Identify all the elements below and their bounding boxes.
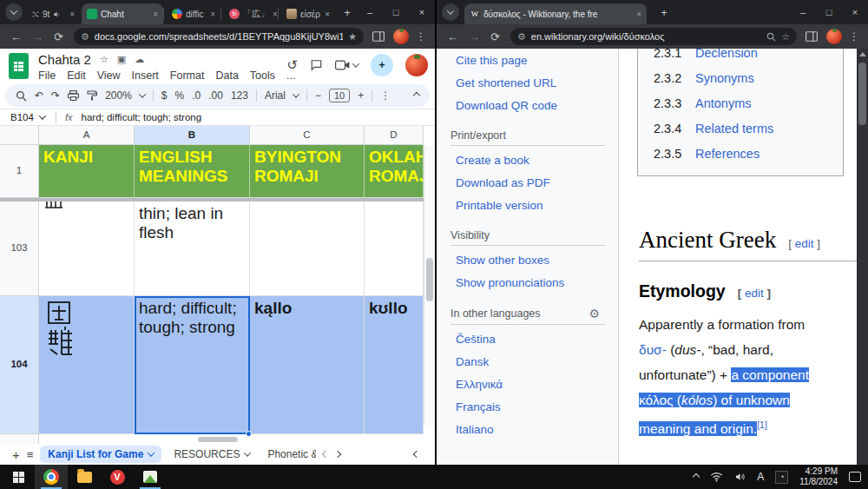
column-header-c[interactable]: C: [250, 126, 365, 145]
toc-link-antonyms[interactable]: Antonyms: [695, 91, 808, 116]
maximize-button[interactable]: □: [383, 0, 409, 24]
link-kolos[interactable]: κόλος: [639, 393, 674, 407]
language-settings-gear-icon[interactable]: ⚙: [589, 307, 600, 320]
cell-a104[interactable]: 固 難: [39, 296, 135, 434]
sidebar-lang-dansk[interactable]: Dansk: [456, 355, 489, 368]
minimize-button[interactable]: –: [790, 0, 816, 24]
scroll-tabs-right-icon[interactable]: [334, 451, 341, 458]
share-button[interactable]: +: [371, 54, 393, 76]
taskbar-file-explorer[interactable]: [68, 465, 101, 489]
back-button[interactable]: ←: [447, 30, 458, 43]
sidebar-link-cite[interactable]: Cite this page: [456, 54, 528, 67]
menu-data[interactable]: Data: [215, 69, 238, 82]
profile-avatar[interactable]: [393, 29, 409, 44]
sidebar-link-printable[interactable]: Printable version: [456, 199, 543, 212]
back-button[interactable]: ←: [10, 30, 22, 43]
account-avatar[interactable]: [405, 54, 428, 76]
select-all-corner[interactable]: [0, 126, 39, 145]
edit-link[interactable]: edit: [795, 237, 814, 250]
row-header-103[interactable]: 103: [0, 202, 39, 296]
scroll-up-arrow[interactable]: [859, 52, 866, 56]
font-select[interactable]: Arial: [265, 89, 286, 102]
side-panel-icon[interactable]: [372, 31, 385, 42]
bookmark-star-icon[interactable]: ★: [348, 31, 357, 43]
taskbar-vivaldi[interactable]: V: [101, 465, 134, 489]
row-header-partial[interactable]: [0, 434, 39, 444]
document-title[interactable]: Chahta 2: [38, 52, 91, 67]
volume-icon[interactable]: [734, 472, 746, 482]
menu-insert[interactable]: Insert: [132, 69, 159, 82]
close-tab-icon[interactable]: ×: [636, 10, 641, 19]
toc-link-related[interactable]: Related terms: [695, 116, 808, 142]
menu-view[interactable]: View: [97, 69, 121, 82]
address-bar[interactable]: ⚙ docs.google.com/spreadsheets/d/1BEYTPA…: [74, 28, 364, 45]
tray-app-icon[interactable]: ◔: [775, 471, 788, 484]
site-settings-icon[interactable]: ⚙: [517, 31, 526, 43]
row-header-1[interactable]: 1: [0, 145, 39, 198]
cell-d103[interactable]: [365, 202, 424, 296]
redo-icon[interactable]: ↷: [51, 89, 60, 102]
start-button[interactable]: [2, 465, 35, 489]
increase-decimals-button[interactable]: .00: [208, 89, 223, 102]
comments-icon[interactable]: [310, 59, 323, 71]
cell-d104[interactable]: kʊllo: [365, 296, 424, 434]
horizontal-scrollbar[interactable]: [198, 437, 238, 442]
browser-tab-bilibili[interactable]: b 「広」 ×: [224, 3, 278, 24]
taskbar-clock[interactable]: 4:29 PM 11/8/2024: [799, 466, 838, 487]
sheet-tab-phonetic[interactable]: Phonetic &: [262, 446, 316, 463]
maximize-button[interactable]: □: [816, 0, 842, 24]
increase-font-size-button[interactable]: +: [358, 89, 364, 102]
sheet-tab-resources[interactable]: RESOURCES: [168, 446, 255, 463]
taskbar-photos[interactable]: [134, 465, 167, 489]
collapse-panel-icon[interactable]: [413, 451, 420, 458]
cell-a1[interactable]: KANJI: [39, 145, 135, 198]
search-icon[interactable]: [16, 90, 27, 102]
audio-speaker-icon[interactable]: [53, 10, 61, 18]
move-folder-icon[interactable]: ▣: [117, 54, 126, 65]
tab-search-button[interactable]: [442, 3, 459, 21]
browser-tab-wiktionary-active[interactable]: W δύσκολος - Wiktionary, the fre ×: [464, 3, 647, 24]
cell-a103[interactable]: 痩: [39, 202, 135, 296]
undo-icon[interactable]: ↶: [35, 89, 43, 102]
scroll-tabs-left-icon[interactable]: [322, 451, 329, 458]
close-tab-icon[interactable]: ×: [210, 10, 215, 19]
cell-d1[interactable]: OKLAHOMA ROMAJI: [365, 145, 424, 198]
toc-link-references[interactable]: References: [695, 142, 808, 167]
decrease-decimals-button[interactable]: .0: [192, 89, 201, 102]
chevron-down-icon[interactable]: [39, 112, 46, 119]
cell-c104[interactable]: kąllo: [250, 296, 365, 434]
sidebar-link-pdf[interactable]: Download as PDF: [456, 176, 550, 189]
name-box[interactable]: B104: [10, 112, 40, 122]
more-formats-button[interactable]: 123: [231, 89, 248, 102]
reload-button[interactable]: ⟳: [54, 30, 63, 43]
ime-language-indicator[interactable]: A: [757, 471, 764, 483]
find-in-page-icon[interactable]: [766, 32, 776, 42]
browser-menu-icon[interactable]: ⋮: [416, 30, 426, 43]
sidebar-lang-french[interactable]: Français: [456, 400, 501, 413]
font-size-input[interactable]: 10: [329, 89, 350, 102]
version-history-icon[interactable]: ↺: [286, 57, 298, 73]
action-center-icon[interactable]: [849, 472, 861, 482]
cell-c1[interactable]: BYINGTON ROMAJI: [250, 145, 365, 198]
forward-button[interactable]: →: [32, 30, 43, 43]
print-icon[interactable]: [68, 90, 79, 101]
meet-camera-icon[interactable]: [335, 60, 350, 70]
forward-button[interactable]: →: [469, 30, 480, 43]
browser-menu-icon[interactable]: ⋮: [849, 30, 859, 43]
link-dus-prefix[interactable]: δυσ-: [639, 342, 667, 357]
paint-format-icon[interactable]: [87, 90, 97, 101]
chevron-down-icon[interactable]: [352, 60, 359, 67]
column-header-d[interactable]: D: [365, 126, 424, 145]
format-currency-button[interactable]: $: [161, 89, 168, 102]
column-header-b[interactable]: B: [135, 126, 250, 145]
reload-button[interactable]: ⟳: [490, 30, 500, 43]
bookmark-star-icon[interactable]: ☆: [781, 31, 790, 43]
new-tab-button[interactable]: +: [340, 6, 354, 20]
sidebar-lang-greek[interactable]: Ελληνικά: [456, 378, 503, 391]
edit-link[interactable]: edit: [745, 287, 764, 300]
reference-link[interactable]: [1]: [757, 420, 767, 430]
cell-c103[interactable]: [250, 202, 365, 296]
menu-edit[interactable]: Edit: [67, 69, 86, 82]
scroll-thumb[interactable]: [426, 258, 433, 301]
scroll-thumb[interactable]: [858, 63, 866, 125]
